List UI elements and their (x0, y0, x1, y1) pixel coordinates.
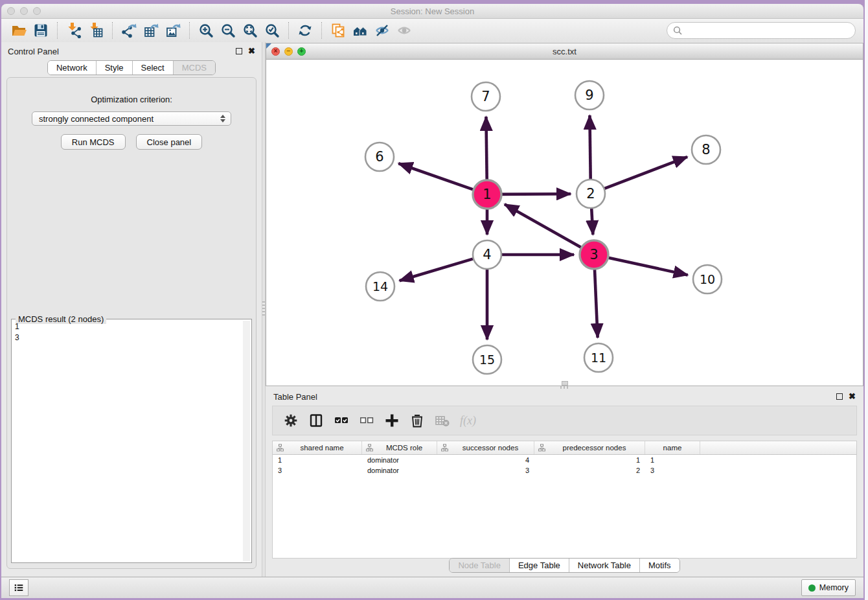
hide-selected-button[interactable] (371, 21, 393, 40)
import-network-button[interactable] (63, 21, 85, 40)
edge-1-6[interactable] (398, 163, 476, 190)
zoom-out-button[interactable] (217, 21, 239, 40)
close-panel-icon[interactable]: ✖ (248, 48, 255, 54)
control-panel-header: Control Panel ✖ (1, 42, 262, 60)
network-window-title: scc.txt (266, 47, 863, 56)
tab-mcds[interactable]: MCDS (173, 61, 215, 75)
edge-2-9[interactable] (589, 115, 590, 182)
window-title: Session: New Session (1, 6, 863, 16)
graph-node-7[interactable]: 7 (472, 82, 500, 111)
optimization-criterion-select[interactable]: strongly connected component (32, 111, 231, 126)
show-all-button (393, 21, 415, 40)
zoom-out-icon (220, 23, 236, 38)
table-cell[interactable]: 3 (645, 467, 700, 474)
edge-2-8[interactable] (602, 157, 687, 190)
first-neighbors-button[interactable] (349, 21, 371, 40)
mcds-result-text[interactable]: 1 3 (15, 321, 242, 560)
table-row[interactable]: 1dominator411 (273, 455, 856, 465)
table-toolbar: f(x) (272, 406, 857, 435)
edge-1-7[interactable] (486, 117, 486, 183)
tab-edge-table[interactable]: Edge Table (509, 559, 569, 572)
tab-network[interactable]: Network (48, 61, 96, 75)
graph-node-3[interactable]: 3 (580, 240, 608, 269)
float-panel-icon[interactable] (836, 393, 843, 400)
memory-button[interactable]: Memory (801, 579, 856, 596)
zoom-fit-button[interactable] (239, 21, 261, 40)
search-box[interactable] (667, 22, 856, 39)
export-table-button[interactable] (140, 21, 162, 40)
table-cell[interactable]: 3 (273, 467, 362, 474)
graph-node-14[interactable]: 14 (366, 272, 394, 301)
graph-node-11[interactable]: 11 (584, 343, 613, 372)
toolbar-separator (57, 22, 58, 39)
edge-1-2[interactable] (499, 194, 571, 194)
run-mcds-button[interactable]: Run MCDS (61, 134, 126, 150)
tab-network-table[interactable]: Network Table (569, 559, 639, 572)
clone-network-button[interactable] (327, 21, 349, 40)
graph-node-6[interactable]: 6 (365, 143, 394, 171)
search-input[interactable] (686, 25, 849, 36)
table-mode-settings-button[interactable] (283, 411, 299, 430)
tab-select[interactable]: Select (132, 61, 173, 75)
table-row[interactable]: 3dominator323 (273, 465, 856, 476)
table-cell[interactable]: 1 (645, 456, 700, 464)
table-cell[interactable]: 1 (534, 456, 645, 464)
export-image-button[interactable] (162, 21, 184, 40)
zoom-selected-button[interactable] (261, 21, 283, 40)
tab-motifs[interactable]: Motifs (639, 559, 680, 572)
delete-columns-button[interactable] (409, 411, 425, 430)
edge-4-14[interactable] (400, 258, 476, 281)
toolbar-separator (288, 22, 289, 39)
graph-node-2[interactable]: 2 (577, 179, 605, 208)
unselect-all-columns-button[interactable] (359, 411, 374, 430)
mcds-result-box: MCDS result (2 nodes) 1 3 (11, 319, 252, 563)
table-cell[interactable]: dominator (362, 467, 437, 474)
edge-3-10[interactable] (606, 257, 688, 275)
column-header-predecessor-nodes[interactable]: predecessor nodes (534, 441, 645, 454)
search-icon (673, 26, 682, 35)
graph-node-1[interactable]: 1 (473, 180, 501, 209)
save-session-button[interactable] (30, 21, 52, 40)
tab-style[interactable]: Style (96, 61, 132, 75)
import-table-button[interactable] (85, 21, 107, 40)
float-panel-icon[interactable] (236, 48, 242, 54)
task-history-button[interactable] (9, 579, 29, 596)
create-column-button[interactable] (384, 411, 400, 430)
result-scrollbar[interactable] (243, 321, 250, 561)
export-network-button[interactable] (118, 21, 140, 40)
column-header-MCDS-role[interactable]: MCDS role (362, 441, 437, 454)
network-resize-grip[interactable] (562, 381, 568, 386)
graph-node-4[interactable]: 4 (473, 240, 501, 269)
export-network-icon (121, 23, 137, 38)
table-cell[interactable]: 2 (534, 467, 645, 474)
select-all-columns-button[interactable] (334, 411, 349, 430)
refresh-layout-button[interactable] (294, 21, 316, 40)
close-panel-icon[interactable]: ✖ (849, 393, 856, 400)
table-cell[interactable]: 1 (273, 456, 362, 464)
network-canvas[interactable]: 7968124314101511 (266, 60, 863, 386)
column-header-name[interactable]: name (645, 441, 700, 454)
edge-3-1[interactable] (505, 204, 584, 249)
splitter-collapse-icon[interactable] (266, 43, 271, 49)
tab-node-table[interactable]: Node Table (450, 559, 509, 572)
toolbar-separator (321, 22, 322, 39)
edge-2-3[interactable] (591, 205, 593, 235)
open-session-button[interactable] (8, 21, 30, 40)
table-cell[interactable]: 3 (437, 467, 534, 474)
column-header-successor-nodes[interactable]: successor nodes (437, 441, 534, 454)
graph-node-10[interactable]: 10 (693, 265, 722, 294)
splitter-grip[interactable] (262, 301, 265, 316)
table-cell[interactable]: 4 (437, 456, 534, 464)
column-header-shared-name[interactable]: shared name (273, 441, 362, 454)
control-panel: Control Panel ✖ NetworkStyleSelectMCDS O… (1, 42, 262, 577)
graph-node-8[interactable]: 8 (692, 135, 720, 164)
graph-node-9[interactable]: 9 (575, 81, 604, 110)
zoom-in-button[interactable] (195, 21, 217, 40)
node-label: 2 (586, 186, 595, 202)
edge-3-11[interactable] (595, 266, 598, 338)
column-type-icon (538, 444, 545, 452)
table-cell[interactable]: dominator (362, 456, 437, 464)
show-columns-button[interactable] (308, 411, 324, 430)
close-panel-button[interactable]: Close panel (136, 134, 203, 150)
graph-node-15[interactable]: 15 (473, 345, 501, 374)
